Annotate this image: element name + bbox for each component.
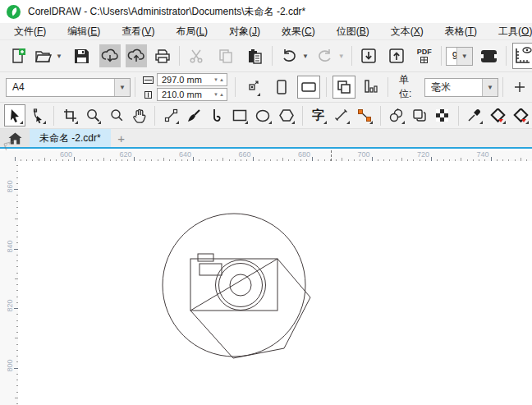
open-from-cloud-button[interactable]: [99, 44, 121, 67]
smart-fill-tool[interactable]: [510, 104, 531, 127]
menu-bar: 文件(F)编辑(E)查看(V)布局(L)对象(J)效果(C)位图(B)文本(X)…: [0, 23, 532, 40]
page-size-dropdown-icon[interactable]: ▼: [114, 79, 130, 96]
vruler-label: 800: [6, 357, 14, 375]
page-height-spinner[interactable]: ▼▲: [213, 92, 225, 97]
import-button[interactable]: [358, 44, 379, 67]
undo-button[interactable]: [278, 44, 300, 67]
current-page-button[interactable]: [360, 76, 382, 99]
connector-tool[interactable]: [354, 104, 375, 127]
cut-button: [186, 44, 207, 67]
menu-item-E[interactable]: 编辑(E): [57, 23, 111, 40]
drawing[interactable]: [0, 161, 532, 405]
document-tab-label: 未命名 -2.cdr*: [39, 131, 101, 145]
toolbox: 字: [0, 103, 532, 129]
redo-dropdown-icon: ▼: [338, 53, 345, 60]
portrait-button[interactable]: [271, 76, 292, 99]
units-label: 单位:: [399, 73, 420, 101]
show-rulers-button[interactable]: [512, 43, 532, 69]
menu-item-L[interactable]: 布局(L): [165, 23, 218, 40]
page-width-field[interactable]: 297.0 mm ▼▲: [157, 73, 227, 86]
menu-item-T[interactable]: 表格(T): [434, 23, 488, 40]
export-button[interactable]: [386, 44, 407, 67]
units-dropdown-icon[interactable]: ▼: [482, 79, 498, 96]
zoom-level-combo[interactable]: 96% ▼: [446, 47, 473, 66]
interactive-fill-tool[interactable]: [487, 104, 508, 127]
open-button[interactable]: [32, 44, 53, 67]
page-height-field[interactable]: 210.0 mm ▼▲: [157, 88, 227, 101]
units-combo[interactable]: 毫米 ▼: [424, 78, 498, 97]
page-size-combo[interactable]: A4 ▼: [6, 78, 131, 97]
hruler-label: 720: [417, 150, 429, 159]
eyedropper-tool[interactable]: [464, 104, 485, 127]
hruler-label: 660: [238, 150, 250, 159]
new-document-button[interactable]: [7, 44, 29, 67]
page-height-value: 210.0 mm: [162, 90, 202, 99]
page-size-value: A4: [12, 81, 25, 93]
scale-factor-button[interactable]: [241, 76, 263, 99]
all-pages-button[interactable]: [332, 76, 355, 99]
pan-tool[interactable]: [128, 104, 149, 127]
standard-toolbar: ▼ ▼ ▼ PDF 96% ▼: [0, 40, 532, 72]
nudge-offset-button[interactable]: [509, 76, 530, 99]
text-tool[interactable]: 字: [308, 104, 329, 127]
artistic-media-tool[interactable]: [183, 104, 204, 127]
pen-tool[interactable]: [206, 104, 227, 127]
hruler-label: 600: [60, 150, 72, 159]
vruler-label: 820: [6, 297, 14, 315]
property-bar: A4 ▼ 297.0 mm ▼▲ 210.0 mm ▼▲: [0, 72, 532, 103]
hruler-label: 680: [298, 150, 310, 159]
document-tab[interactable]: 未命名 -2.cdr*: [30, 129, 111, 147]
hruler-label: 640: [179, 150, 191, 159]
hruler-label: 620: [119, 150, 131, 159]
undo-dropdown-icon[interactable]: ▼: [302, 53, 309, 60]
transparency-tool[interactable]: [432, 104, 453, 127]
open-dropdown-icon[interactable]: ▼: [56, 53, 62, 60]
horizontal-ruler[interactable]: 600620640660680700720740: [0, 150, 532, 161]
save-button[interactable]: [71, 44, 93, 67]
menu-item-X[interactable]: 文本(X): [380, 23, 434, 40]
shape-tool[interactable]: [27, 104, 48, 127]
redo-button: [314, 44, 336, 67]
publish-pdf-button[interactable]: PDF: [414, 44, 435, 67]
vertical-ruler[interactable]: 860840820800: [0, 161, 18, 405]
landscape-button[interactable]: [297, 76, 320, 99]
contour-tool[interactable]: [409, 104, 430, 127]
pick-tool[interactable]: [4, 104, 25, 127]
menu-item-F[interactable]: 文件(F): [3, 23, 57, 40]
crop-tool[interactable]: [59, 104, 80, 127]
text-tool-glyph: 字: [312, 108, 324, 123]
window-title: CorelDRAW - C:\Users\Administrator\Docum…: [28, 5, 305, 19]
dimension-tool[interactable]: [331, 104, 352, 127]
copy-button: [215, 44, 236, 67]
ellipse-tool[interactable]: [252, 104, 273, 127]
menu-item-J[interactable]: 对象(J): [218, 23, 271, 40]
rectangle-tool[interactable]: [229, 104, 250, 127]
title-bar: CorelDRAW - C:\Users\Administrator\Docum…: [0, 0, 532, 23]
menu-item-V[interactable]: 查看(V): [111, 23, 165, 40]
drawing-shape-circle[interactable]: [216, 260, 266, 311]
print-button[interactable]: [152, 44, 173, 67]
paste-button[interactable]: [245, 44, 266, 67]
magnifier-icon[interactable]: [105, 104, 126, 127]
menu-item-O[interactable]: 工具(O): [488, 23, 532, 40]
zoom-tool[interactable]: [82, 104, 103, 127]
save-to-cloud-button[interactable]: [126, 44, 147, 67]
canvas-area[interactable]: 860840820800: [0, 161, 532, 405]
page-boundary-marker: [331, 150, 332, 161]
vruler-label: 860: [6, 177, 14, 196]
coreldraw-logo-icon: [7, 5, 21, 19]
fullscreen-preview-button[interactable]: [479, 44, 500, 67]
hruler-label: 700: [357, 150, 369, 159]
polygon-tool[interactable]: [276, 104, 297, 127]
drawing-shape-rect[interactable]: [198, 254, 213, 261]
new-tab-button[interactable]: +: [111, 129, 132, 147]
zoom-dropdown-icon[interactable]: ▼: [456, 48, 472, 65]
drawing-shape-circle[interactable]: [219, 264, 263, 307]
hruler-label: 740: [476, 150, 488, 159]
drop-shadow-tool[interactable]: [386, 104, 407, 127]
page-width-icon: [143, 76, 154, 84]
menu-item-C[interactable]: 效果(C): [271, 23, 326, 40]
page-width-spinner[interactable]: ▼▲: [213, 77, 225, 82]
freehand-tool[interactable]: [160, 104, 181, 127]
menu-item-B[interactable]: 位图(B): [326, 23, 380, 40]
